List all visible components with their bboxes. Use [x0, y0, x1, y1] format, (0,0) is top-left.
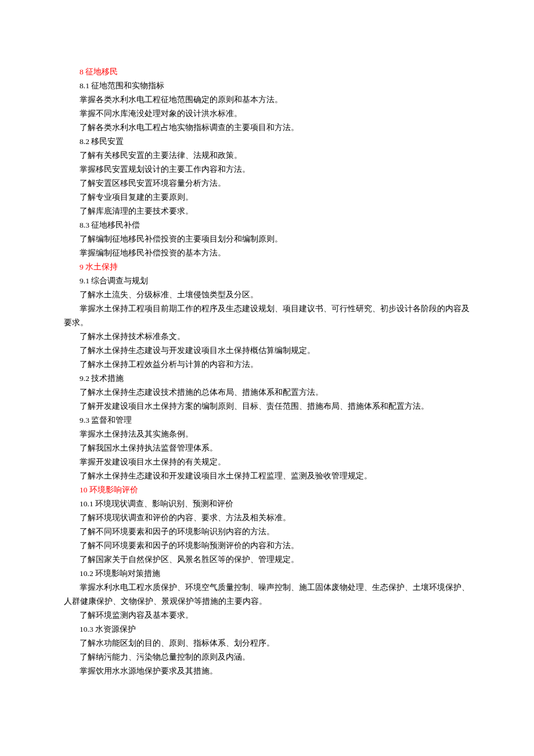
body-line: 了解库底清理的主要技术要求。 [64, 204, 470, 218]
body-line: 了解水功能区划的目的、原则、指标体系、划分程序。 [64, 636, 470, 650]
section-heading: 8 征地移民 [64, 65, 470, 79]
body-line: 10.2 环境影响对策措施 [64, 567, 470, 581]
body-line: 10.3 水资源保护 [64, 622, 470, 636]
body-line: 9.3 监督和管理 [64, 413, 470, 427]
body-line: 9.1 综合调查与规划 [64, 274, 470, 288]
body-line: 掌握水土保持工程项目前期工作的程序及生态建设规划、项目建议书、可行性研究、初步设… [64, 302, 470, 330]
body-line: 10.1 环境现状调查、影响识别、预测和评价 [64, 497, 470, 511]
body-line: 了解国家关于自然保护区、风景名胜区等的保护、管理规定。 [64, 553, 470, 567]
body-line: 了解我国水土保持执法监督管理体系。 [64, 441, 470, 455]
body-line: 了解水土保持技术标准条文。 [64, 330, 470, 344]
body-line: 8.1 征地范围和实物指标 [64, 79, 470, 93]
body-line: 了解水土保持工程效益分析与计算的内容和方法。 [64, 358, 470, 372]
body-line: 掌握饮用水水源地保护要求及其措施。 [64, 664, 470, 678]
body-line: 了解编制征地移民补偿投资的主要项目划分和编制原则。 [64, 232, 470, 246]
document-page: 8 征地移民8.1 征地范围和实物指标掌握各类水利水电工程征地范围确定的原则和基… [0, 0, 534, 756]
body-line: 掌握各类水利水电工程征地范围确定的原则和基本方法。 [64, 93, 470, 107]
body-line: 了解水土流失、分级标准、土壤侵蚀类型及分区。 [64, 288, 470, 302]
section-heading: 9 水土保持 [64, 260, 470, 274]
body-line: 8.3 征地移民补偿 [64, 218, 470, 232]
body-line: 了解水土保持生态建设与开发建设项目水土保持概估算编制规定。 [64, 344, 470, 358]
body-line: 掌握水利水电工程水质保护、环境空气质量控制、噪声控制、施工固体废物处理、生态保护… [64, 581, 470, 609]
body-line: 了解纳污能力、污染物总量控制的原则及内涵。 [64, 650, 470, 664]
body-line: 了解开发建设项目水土保持方案的编制原则、目标、责任范围、措施布局、措施体系和配置… [64, 399, 470, 413]
body-line: 了解环境现状调查和评价的内容、要求、方法及相关标准。 [64, 511, 470, 525]
body-line: 了解不同环境要素和因子的环境影响预测评价的内容和方法。 [64, 539, 470, 553]
body-line: 掌握水土保持法及其实施条例。 [64, 427, 470, 441]
body-line: 了解专业项目复建的主要原则。 [64, 190, 470, 204]
body-line: 了解安置区移民安置环境容量分析方法。 [64, 177, 470, 190]
body-line: 了解各类水利水电工程占地实物指标调查的主要项目和方法。 [64, 121, 470, 135]
body-line: 了解水土保持生态建设和开发建设项目水土保持工程监理、监测及验收管理规定。 [64, 469, 470, 483]
body-line: 8.2 移民安置 [64, 135, 470, 149]
section-heading: 10 环境影响评价 [64, 483, 470, 497]
body-line: 了解水土保持生态建设技术措施的总体布局、措施体系和配置方法。 [64, 386, 470, 399]
body-line: 掌握不同水库淹没处理对象的设计洪水标准。 [64, 107, 470, 121]
body-line: 了解环境监测内容及基本要求。 [64, 609, 470, 622]
body-line: 掌握开发建设项目水土保持的有关规定。 [64, 455, 470, 469]
body-line: 掌握编制征地移民补偿投资的基本方法。 [64, 246, 470, 260]
body-line: 掌握移民安置规划设计的主要工作内容和方法。 [64, 163, 470, 177]
body-line: 了解不同环境要素和因子的环境影响识别内容的方法。 [64, 525, 470, 539]
body-line: 了解有关移民安置的主要法律、法规和政策。 [64, 149, 470, 163]
body-line: 9.2 技术措施 [64, 372, 470, 386]
